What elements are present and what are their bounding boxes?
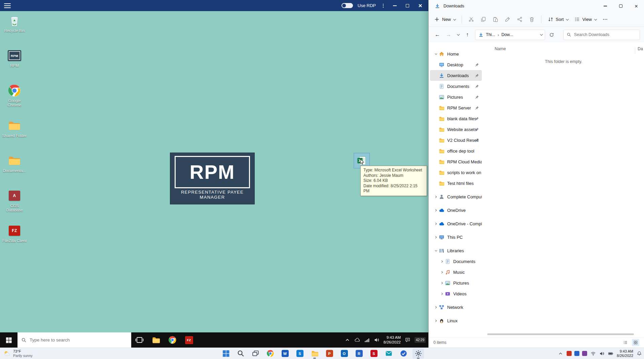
explorer-close-button[interactable]: × [629,0,644,12]
action-center-icon[interactable] [405,337,410,343]
taskbar-filezilla-button[interactable]: FZ [181,332,197,348]
hidden-icons-icon[interactable] [558,351,563,356]
chevron-right-icon[interactable] [432,306,439,308]
refresh-button[interactable] [547,30,556,40]
desktop-icon-cgs-database[interactable]: ACGS Database [1,189,28,219]
nav-item-this-pc[interactable]: This PC [430,232,482,242]
see-more-icon[interactable] [602,17,608,22]
taskbar-outlook-button[interactable]: O [338,349,350,359]
nav-item-documents[interactable]: Documents [430,81,482,92]
taskbar-chrome-button[interactable] [164,332,181,348]
notifications-icon[interactable] [637,351,642,356]
taskbar-search-box[interactable] [17,332,131,348]
tray-app-red-icon[interactable] [567,351,572,356]
nav-item-music[interactable]: Music [430,267,482,278]
chevron-right-icon[interactable] [432,320,439,322]
nav-item-website-assets[interactable]: Website assets [430,124,482,135]
nav-item-onedrive[interactable]: OneDrive [430,205,482,216]
chevron-right-icon[interactable] [438,271,445,273]
explorer-search-input[interactable] [574,32,637,37]
sort-button[interactable]: Sort [548,17,568,22]
chevron-right-icon[interactable] [438,293,445,295]
nav-item-libraries[interactable]: Libraries [430,245,482,256]
taskbar-task-view-button[interactable] [250,349,261,359]
taskbar-mail-button[interactable] [383,349,394,359]
explorer-maximize-button[interactable] [613,0,629,12]
nav-item-rpm-server[interactable]: RPM Server [430,102,482,113]
taskbar-file-explorer-button[interactable] [148,332,164,348]
desktop-icon-shared-folder[interactable]: Shared Folder [1,119,28,149]
more-options-icon[interactable] [381,3,386,8]
onedrive-tray-icon[interactable] [354,337,360,343]
nav-item-v2-cloud-resell[interactable]: V2 Cloud Resell [430,135,482,145]
taskbar-chrome-button[interactable] [264,349,276,359]
taskbar-start-button[interactable] [220,349,231,359]
nav-item-test-html-files[interactable]: Test html files [430,178,482,189]
taskbar-to-do-button[interactable] [398,349,409,359]
new-button[interactable]: New [434,17,455,22]
paste-icon[interactable] [493,17,498,22]
name-column-header[interactable]: Name [495,46,506,51]
nav-item-downloads[interactable]: Downloads [430,70,482,81]
column-divider[interactable] [635,47,635,54]
rename-icon[interactable] [505,17,510,22]
volume-icon[interactable] [599,351,605,356]
taskbar-file-explorer-button[interactable] [309,349,320,359]
forward-button[interactable]: → [444,30,453,40]
weather-widget[interactable]: 73°F Partly sunny [0,348,36,359]
nav-item-home[interactable]: Home [430,48,482,59]
breadcrumb-leaf[interactable]: Dow... [501,32,513,37]
taskbar-remote-desktop-button[interactable]: R [353,349,365,359]
taskbar-word-button[interactable]: W [279,349,291,359]
chevron-right-icon[interactable] [432,196,439,198]
tray-app-blue-icon[interactable] [574,351,579,356]
desktop-icon-recycle-bin[interactable]: Recycle Bin [1,13,28,44]
explorer-search-box[interactable] [563,30,640,40]
copy-icon[interactable] [480,17,486,22]
menu-icon[interactable] [4,3,11,8]
up-button[interactable]: ↑ [463,30,472,40]
chevron-down-icon[interactable] [540,33,543,36]
start-button-remote[interactable] [0,332,17,348]
thumbnail-view-button[interactable] [632,339,639,346]
use-rdp-toggle[interactable] [342,3,353,8]
rdp-maximize-button[interactable] [403,2,412,10]
share-icon[interactable] [517,17,523,22]
nav-item-pictures[interactable]: Pictures [430,278,482,288]
explorer-minimize-button[interactable] [598,0,613,12]
rdp-close-button[interactable]: × [416,2,424,10]
clock-remote[interactable]: 9:43 AM 8/26/2022 [384,335,401,345]
date-column-header[interactable]: Da [638,46,643,51]
recent-locations-button[interactable] [455,30,461,40]
chevron-right-icon[interactable] [438,261,445,262]
details-view-button[interactable] [622,339,629,346]
desktop-icon-rpm[interactable]: RPMRPM [1,48,28,79]
taskbar-powerpoint-button[interactable]: P [324,349,335,359]
desktop-icon-filezilla-client[interactable]: FZFileZilla Client [1,224,28,254]
back-button[interactable]: ← [433,30,442,40]
rdp-minimize-button[interactable] [391,2,399,10]
chevron-right-icon[interactable] [438,282,445,284]
cut-icon[interactable] [468,17,474,22]
nav-item-linux[interactable]: Linux [430,315,482,326]
chevron-right-icon[interactable] [432,223,439,225]
delete-icon[interactable] [529,17,535,22]
network-tray-icon[interactable] [364,337,370,343]
breadcrumb[interactable]: Thi... › Dow... [475,30,545,40]
battery-icon[interactable] [608,351,613,356]
desktop-icon-google-chrome[interactable]: Google Chrome [1,84,28,114]
nav-item-videos[interactable]: Videos [430,288,482,299]
nav-item-blank-data-files[interactable]: blank data files [430,113,482,124]
chevron-right-icon[interactable] [432,236,439,238]
nav-item-onedrive-complet[interactable]: OneDrive - Complet [430,218,482,229]
chevron-down-icon[interactable] [432,250,439,252]
chevron-right-icon[interactable] [432,209,439,211]
nav-item-documents[interactable]: Documents [430,256,482,267]
desktop-icon-documenta[interactable]: Documenta... [1,154,28,184]
horizontal-scrollbar[interactable] [487,333,640,336]
nav-item-desktop[interactable]: Desktop [430,59,482,70]
tray-app-purple-icon[interactable] [582,351,587,356]
view-button[interactable]: View [574,17,596,22]
nav-item-scripts-to-work-on[interactable]: scripts to work on [430,167,482,178]
nav-item-rpm-cloud-media[interactable]: RPM Cloud Media [430,156,482,167]
